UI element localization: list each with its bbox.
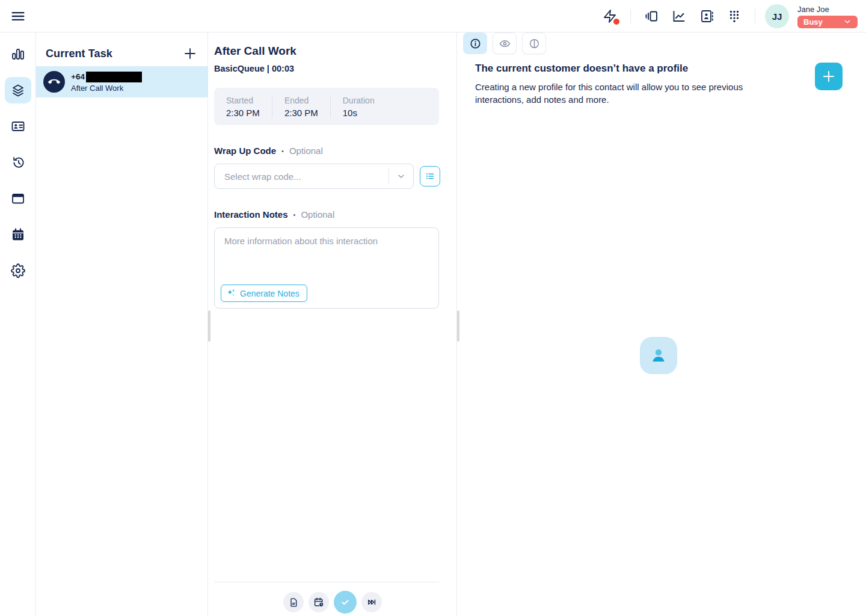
redacted-phone-number <box>86 72 142 82</box>
task-list-title: Current Task <box>46 48 112 60</box>
sidebar-item-browser[interactable] <box>5 185 31 212</box>
add-task-icon[interactable] <box>182 46 198 61</box>
top-bar: JJ Jane Joe Busy <box>0 0 866 32</box>
scrollbar-thumb[interactable] <box>457 310 459 342</box>
tab-insights[interactable] <box>522 32 546 54</box>
tab-info[interactable] <box>463 32 487 54</box>
plus-icon <box>821 69 837 84</box>
interaction-notes-input[interactable] <box>215 228 438 271</box>
eye-icon <box>499 37 511 50</box>
sidebar-item-contacts[interactable] <box>5 113 31 140</box>
panels-icon[interactable] <box>640 5 662 27</box>
dot-separator: • <box>281 147 284 155</box>
generate-notes-label: Generate Notes <box>240 289 299 298</box>
complete-task-button[interactable] <box>334 591 357 614</box>
task-footer-actions <box>208 590 457 615</box>
top-bar-actions: JJ Jane Joe Busy <box>599 0 858 32</box>
user-avatar[interactable]: JJ <box>765 4 789 28</box>
notification-dot <box>613 19 619 25</box>
duration-value: 10s <box>343 108 375 118</box>
create-profile-button[interactable] <box>815 63 843 90</box>
task-stack-icon <box>11 83 25 97</box>
info-icon <box>469 37 482 50</box>
empty-profile-title: The current customer doesn’t have a prof… <box>475 63 688 75</box>
status-label: Busy <box>803 17 823 26</box>
sidebar-item-settings[interactable] <box>5 257 31 284</box>
call-end-icon <box>43 71 65 93</box>
settings-gear-icon <box>11 263 25 278</box>
chevron-down-icon <box>843 17 852 26</box>
call-summary-card: Started 2:30 PM Ended 2:30 PM Duration 1… <box>214 88 439 125</box>
list-icon <box>425 171 435 182</box>
task-detail-panel: After Call Work BasicQueue | 00:03 Start… <box>208 32 457 616</box>
user-name: Jane Joe <box>797 5 829 14</box>
calendar-icon <box>11 227 25 242</box>
line-chart-icon[interactable] <box>668 5 690 27</box>
contact-book-icon[interactable] <box>696 5 717 27</box>
browser-window-icon <box>11 191 25 206</box>
skip-forward-icon <box>366 597 377 608</box>
scrollbar-thumb[interactable] <box>208 310 210 342</box>
sidebar-item-tasks[interactable] <box>5 77 31 103</box>
notes-optional-tag: Optional <box>301 209 334 220</box>
interaction-notes-label: Interaction Notes <box>214 209 288 220</box>
dialpad-icon[interactable] <box>723 5 745 27</box>
wrap-up-code-label: Wrap Up Code <box>214 146 276 156</box>
sidebar-item-history[interactable] <box>5 149 31 176</box>
sidebar-item-metrics[interactable] <box>5 41 31 67</box>
queue-and-timer: BasicQueue | 00:03 <box>214 64 294 73</box>
interaction-notes-box: Generate Notes <box>214 227 439 309</box>
document-icon <box>289 597 299 608</box>
empty-profile-description: Creating a new profile for this contact … <box>475 81 763 106</box>
divider <box>630 9 631 23</box>
wrap-code-placeholder: Select wrap code... <box>215 171 388 182</box>
status-dropdown[interactable]: Busy <box>797 16 858 28</box>
task-list-header: Current Task <box>46 45 198 63</box>
hamburger-menu-icon[interactable] <box>10 8 26 25</box>
wrap-up-optional-tag: Optional <box>289 146 323 156</box>
wrap-up-code-label-row: Wrap Up Code • Optional <box>214 146 323 156</box>
ended-value: 2:30 PM <box>284 108 318 118</box>
profile-placeholder-avatar <box>640 337 677 374</box>
tab-preview[interactable] <box>493 32 517 54</box>
contact-card-icon <box>11 119 25 134</box>
customer-profile-panel: The current customer doesn’t have a prof… <box>457 32 866 616</box>
phone-number-prefix: +64 <box>71 72 85 81</box>
check-icon <box>339 596 351 608</box>
schedule-button[interactable] <box>309 592 329 612</box>
wrap-code-list-button[interactable] <box>420 166 440 186</box>
calendar-clock-icon <box>313 597 324 608</box>
notes-doc-button[interactable] <box>283 592 304 612</box>
left-navigation <box>0 32 36 616</box>
generate-notes-button[interactable]: Generate Notes <box>221 285 307 302</box>
user-initials: JJ <box>772 11 782 22</box>
task-item-texts: +64 After Call Work <box>71 72 142 93</box>
task-detail-title: After Call Work <box>214 45 296 58</box>
wrap-code-select[interactable]: Select wrap code... <box>214 164 414 189</box>
started-value: 2:30 PM <box>226 108 260 118</box>
started-label: Started <box>226 96 260 105</box>
history-icon <box>11 155 25 170</box>
bar-chart-icon <box>11 47 25 61</box>
task-list-item[interactable]: +64 After Call Work <box>36 66 208 97</box>
skip-task-button[interactable] <box>361 592 382 612</box>
duration-label: Duration <box>343 96 375 105</box>
chevron-down-icon <box>389 171 413 181</box>
agent-workspace: JJ Jane Joe Busy <box>0 0 866 616</box>
customer-panel-tabs <box>463 32 546 54</box>
sparkle-icon <box>226 288 236 298</box>
divider <box>755 9 755 23</box>
task-list-panel: Current Task +64 After Call Work <box>36 32 208 616</box>
divider <box>214 582 439 582</box>
sidebar-item-calendar[interactable] <box>5 221 31 248</box>
interaction-notes-label-row: Interaction Notes • Optional <box>214 209 334 220</box>
dot-separator: • <box>293 211 296 218</box>
zap-icon[interactable] <box>599 5 621 27</box>
person-icon <box>648 345 669 366</box>
ended-label: Ended <box>284 96 318 105</box>
task-item-status: After Call Work <box>71 84 142 93</box>
brain-icon <box>528 37 541 50</box>
user-info: Jane Joe Busy <box>797 5 858 28</box>
